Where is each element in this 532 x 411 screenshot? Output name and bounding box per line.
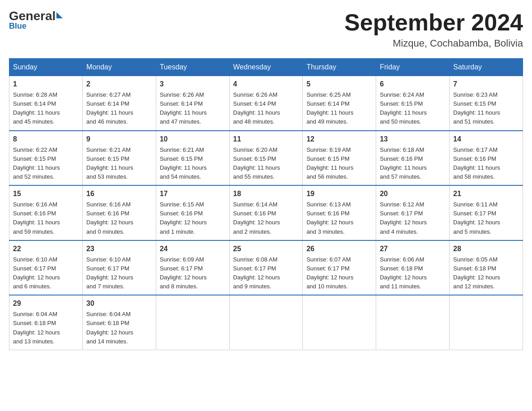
calendar-day-cell: 4Sunrise: 6:26 AMSunset: 6:14 PMDaylight… (229, 76, 303, 131)
day-info: Sunrise: 6:19 AMSunset: 6:15 PMDaylight:… (306, 146, 372, 182)
calendar-day-cell: 13Sunrise: 6:18 AMSunset: 6:16 PMDayligh… (376, 131, 450, 186)
calendar-day-cell: 27Sunrise: 6:06 AMSunset: 6:18 PMDayligh… (376, 240, 450, 295)
weekday-header-monday: Monday (82, 59, 156, 76)
day-info: Sunrise: 6:28 AMSunset: 6:14 PMDaylight:… (13, 90, 79, 127)
day-info: Sunrise: 6:16 AMSunset: 6:16 PMDaylight:… (13, 200, 79, 236)
title-section: September 2024 Mizque, Cochabamba, Boliv… (344, 9, 523, 49)
day-info: Sunrise: 6:16 AMSunset: 6:16 PMDaylight:… (86, 200, 152, 236)
day-info: Sunrise: 6:14 AMSunset: 6:16 PMDaylight:… (233, 200, 299, 236)
day-number: 9 (86, 134, 152, 145)
calendar-day-cell: 26Sunrise: 6:07 AMSunset: 6:17 PMDayligh… (303, 240, 376, 295)
calendar-day-cell: 24Sunrise: 6:09 AMSunset: 6:17 PMDayligh… (156, 240, 229, 295)
day-number: 16 (86, 188, 152, 199)
day-number: 19 (306, 188, 372, 199)
calendar-day-cell: 12Sunrise: 6:19 AMSunset: 6:15 PMDayligh… (303, 131, 376, 186)
day-number: 17 (160, 188, 226, 199)
day-number: 27 (380, 244, 446, 254)
day-info: Sunrise: 6:11 AMSunset: 6:17 PMDaylight:… (453, 200, 519, 236)
day-number: 10 (160, 134, 226, 145)
calendar-week-row: 15Sunrise: 6:16 AMSunset: 6:16 PMDayligh… (9, 185, 523, 240)
day-info: Sunrise: 6:13 AMSunset: 6:16 PMDaylight:… (306, 200, 372, 236)
calendar-day-cell: 11Sunrise: 6:20 AMSunset: 6:15 PMDayligh… (229, 131, 303, 186)
page-header: General Blue September 2024 Mizque, Coch… (9, 9, 523, 49)
day-number: 11 (233, 134, 299, 145)
day-info: Sunrise: 6:04 AMSunset: 6:18 PMDaylight:… (86, 310, 152, 346)
day-number: 1 (13, 79, 79, 90)
day-info: Sunrise: 6:20 AMSunset: 6:15 PMDaylight:… (233, 146, 299, 182)
calendar-day-cell: 22Sunrise: 6:10 AMSunset: 6:17 PMDayligh… (9, 240, 83, 295)
calendar-day-cell: 10Sunrise: 6:21 AMSunset: 6:15 PMDayligh… (156, 131, 229, 186)
day-info: Sunrise: 6:24 AMSunset: 6:15 PMDaylight:… (380, 90, 446, 127)
day-number: 8 (13, 134, 79, 145)
weekday-header-wednesday: Wednesday (229, 59, 303, 76)
day-number: 21 (453, 188, 519, 199)
calendar-day-cell: 19Sunrise: 6:13 AMSunset: 6:16 PMDayligh… (303, 185, 376, 240)
calendar-day-cell (450, 295, 523, 350)
logo-triangle-icon (56, 12, 63, 18)
day-info: Sunrise: 6:12 AMSunset: 6:17 PMDaylight:… (380, 200, 446, 236)
day-info: Sunrise: 6:25 AMSunset: 6:14 PMDaylight:… (306, 90, 372, 127)
day-info: Sunrise: 6:21 AMSunset: 6:15 PMDaylight:… (160, 146, 226, 182)
day-info: Sunrise: 6:09 AMSunset: 6:17 PMDaylight:… (160, 255, 226, 291)
day-info: Sunrise: 6:05 AMSunset: 6:18 PMDaylight:… (453, 255, 519, 291)
weekday-header-sunday: Sunday (9, 59, 83, 76)
day-info: Sunrise: 6:21 AMSunset: 6:15 PMDaylight:… (86, 146, 152, 182)
calendar-day-cell: 3Sunrise: 6:26 AMSunset: 6:14 PMDaylight… (156, 76, 229, 131)
day-number: 18 (233, 188, 299, 199)
day-number: 6 (380, 79, 446, 90)
location-subtitle: Mizque, Cochabamba, Bolivia (344, 38, 523, 49)
day-info: Sunrise: 6:27 AMSunset: 6:14 PMDaylight:… (86, 90, 152, 127)
logo-blue-text: Blue (9, 21, 26, 31)
day-info: Sunrise: 6:26 AMSunset: 6:14 PMDaylight:… (233, 90, 299, 127)
calendar-day-cell: 6Sunrise: 6:24 AMSunset: 6:15 PMDaylight… (376, 76, 450, 131)
calendar-day-cell: 29Sunrise: 6:04 AMSunset: 6:18 PMDayligh… (9, 295, 83, 350)
calendar-day-cell: 21Sunrise: 6:11 AMSunset: 6:17 PMDayligh… (450, 185, 523, 240)
weekday-header-tuesday: Tuesday (156, 59, 229, 76)
day-number: 22 (13, 244, 79, 254)
calendar-week-row: 1Sunrise: 6:28 AMSunset: 6:14 PMDaylight… (9, 76, 523, 131)
calendar-day-cell: 30Sunrise: 6:04 AMSunset: 6:18 PMDayligh… (82, 295, 156, 350)
day-info: Sunrise: 6:06 AMSunset: 6:18 PMDaylight:… (380, 255, 446, 291)
day-number: 20 (380, 188, 446, 199)
calendar-day-cell (303, 295, 376, 350)
calendar-day-cell: 5Sunrise: 6:25 AMSunset: 6:14 PMDaylight… (303, 76, 376, 131)
calendar-day-cell (376, 295, 450, 350)
day-number: 2 (86, 79, 152, 90)
day-info: Sunrise: 6:18 AMSunset: 6:16 PMDaylight:… (380, 146, 446, 182)
day-number: 5 (306, 79, 372, 90)
day-number: 25 (233, 244, 299, 254)
weekday-header-thursday: Thursday (303, 59, 376, 76)
calendar-day-cell: 9Sunrise: 6:21 AMSunset: 6:15 PMDaylight… (82, 131, 156, 186)
calendar-week-row: 8Sunrise: 6:22 AMSunset: 6:15 PMDaylight… (9, 131, 523, 186)
day-info: Sunrise: 6:08 AMSunset: 6:17 PMDaylight:… (233, 255, 299, 291)
day-info: Sunrise: 6:22 AMSunset: 6:15 PMDaylight:… (13, 146, 79, 182)
calendar-week-row: 22Sunrise: 6:10 AMSunset: 6:17 PMDayligh… (9, 240, 523, 295)
calendar-day-cell: 1Sunrise: 6:28 AMSunset: 6:14 PMDaylight… (9, 76, 83, 131)
calendar-day-cell: 23Sunrise: 6:10 AMSunset: 6:17 PMDayligh… (82, 240, 156, 295)
day-info: Sunrise: 6:07 AMSunset: 6:17 PMDaylight:… (306, 255, 372, 291)
day-number: 3 (160, 79, 226, 90)
day-number: 26 (306, 244, 372, 254)
day-number: 30 (86, 298, 152, 309)
day-info: Sunrise: 6:26 AMSunset: 6:14 PMDaylight:… (160, 90, 226, 127)
calendar-day-cell: 18Sunrise: 6:14 AMSunset: 6:16 PMDayligh… (229, 185, 303, 240)
calendar-week-row: 29Sunrise: 6:04 AMSunset: 6:18 PMDayligh… (9, 295, 523, 350)
calendar-day-cell: 14Sunrise: 6:17 AMSunset: 6:16 PMDayligh… (450, 131, 523, 186)
calendar-day-cell: 17Sunrise: 6:15 AMSunset: 6:16 PMDayligh… (156, 185, 229, 240)
day-number: 24 (160, 244, 226, 254)
weekday-header-friday: Friday (376, 59, 450, 76)
day-info: Sunrise: 6:15 AMSunset: 6:16 PMDaylight:… (160, 200, 226, 236)
day-info: Sunrise: 6:23 AMSunset: 6:15 PMDaylight:… (453, 90, 519, 127)
logo: General Blue (9, 9, 63, 31)
day-number: 13 (380, 134, 446, 145)
calendar-day-cell: 8Sunrise: 6:22 AMSunset: 6:15 PMDaylight… (9, 131, 83, 186)
day-number: 15 (13, 188, 79, 199)
day-number: 4 (233, 79, 299, 90)
day-number: 7 (453, 79, 519, 90)
calendar-day-cell: 16Sunrise: 6:16 AMSunset: 6:16 PMDayligh… (82, 185, 156, 240)
day-info: Sunrise: 6:04 AMSunset: 6:18 PMDaylight:… (13, 310, 79, 346)
calendar-day-cell: 28Sunrise: 6:05 AMSunset: 6:18 PMDayligh… (450, 240, 523, 295)
month-year-title: September 2024 (344, 9, 523, 36)
calendar-day-cell: 20Sunrise: 6:12 AMSunset: 6:17 PMDayligh… (376, 185, 450, 240)
day-number: 29 (13, 298, 79, 309)
